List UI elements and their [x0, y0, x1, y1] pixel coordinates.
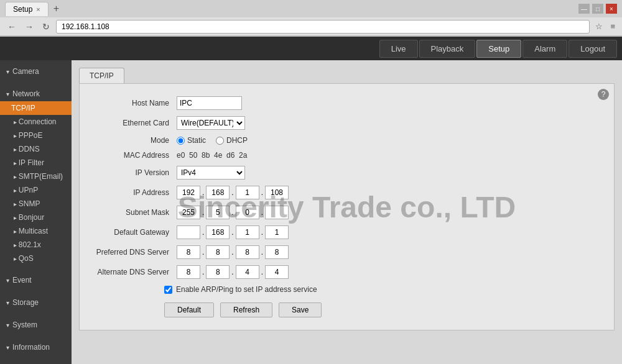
menu-icon[interactable]: ≡ — [608, 22, 617, 31]
btn-row: Default Refresh Save — [90, 303, 604, 317]
subnet-octet-1[interactable] — [177, 206, 200, 219]
ip-octet-3[interactable] — [236, 186, 259, 199]
form-row-ipversion: IP Version IPv4 — [90, 166, 604, 180]
sidebar-item-ipfilter[interactable]: IP Filter — [0, 156, 72, 170]
ip-octet-4[interactable] — [265, 186, 289, 199]
sidebar-item-bonjour[interactable]: Bonjour — [0, 211, 72, 224]
content-tab-tcpip[interactable]: TCP/IP — [79, 68, 124, 83]
alternate-dns-octet-2[interactable] — [206, 265, 230, 279]
subnet-octet-3[interactable] — [236, 206, 259, 219]
arp-ping-checkbox[interactable] — [164, 286, 172, 294]
subnet-label: Subnet Mask — [90, 208, 177, 217]
content-panel: TCP/IP ? Sincerity Trade co., LTD Host N… — [72, 60, 622, 364]
window-maximize-button[interactable]: □ — [592, 4, 603, 14]
form-row-subnet: Subnet Mask . . . — [90, 206, 604, 219]
nav-tab-setup[interactable]: Setup — [476, 40, 521, 58]
help-icon[interactable]: ? — [598, 89, 609, 100]
forward-button[interactable]: → — [22, 22, 36, 32]
form-row-mac: MAC Address e0 50 8b 4e d6 2a — [90, 151, 604, 160]
default-button[interactable]: Default — [164, 303, 214, 317]
tab-close-icon[interactable]: × — [36, 6, 40, 13]
browser-chrome: Setup × + — □ × ← → ↻ ☆ ≡ — [0, 0, 622, 37]
sidebar-item-smtp[interactable]: SMTP(Email) — [0, 170, 72, 183]
new-tab-icon[interactable]: + — [53, 3, 59, 14]
alternate-dns-octet-4[interactable] — [265, 265, 289, 279]
gateway-octet-1[interactable] — [177, 225, 200, 239]
back-button[interactable]: ← — [5, 22, 19, 32]
ip-octet-2[interactable] — [206, 186, 230, 199]
mode-static-radio[interactable] — [177, 137, 185, 145]
browser-titlebar: Setup × + — □ × — [0, 0, 622, 17]
preferred-dns-octet-3[interactable] — [236, 245, 259, 259]
app: Live Playback Setup Alarm Logout Camera … — [0, 37, 622, 364]
form-row-ipaddress: IP Address . . . — [90, 186, 604, 199]
sidebar: Camera Network TCP/IP Connection PPPoE D… — [0, 60, 72, 364]
ip-address-group: . . . — [177, 186, 289, 199]
mode-static-label[interactable]: Static — [177, 136, 206, 145]
sidebar-item-tcpip[interactable]: TCP/IP — [0, 101, 72, 115]
ipversion-label: IP Version — [90, 168, 177, 177]
sidebar-item-connection[interactable]: Connection — [0, 115, 72, 129]
form-row-mode: Mode Static DHCP — [90, 136, 604, 145]
sidebar-item-upnp[interactable]: UPnP — [0, 183, 72, 197]
ip-octet-1[interactable] — [177, 186, 200, 199]
sidebar-header-event[interactable]: Event — [0, 273, 72, 288]
arp-ping-row: Enable ARP/Ping to set IP address servic… — [90, 285, 604, 294]
sidebar-item-qos[interactable]: QoS — [0, 252, 72, 265]
preferred-dns-octet-4[interactable] — [265, 245, 289, 259]
sidebar-item-8021x[interactable]: 802.1x — [0, 238, 72, 252]
alternate-dns-octet-3[interactable] — [236, 265, 259, 279]
top-nav: Live Playback Setup Alarm Logout — [0, 37, 622, 60]
gateway-octet-4[interactable] — [265, 225, 289, 239]
star-icon[interactable]: ☆ — [593, 22, 605, 31]
save-button[interactable]: Save — [279, 303, 322, 317]
sidebar-item-pppoe[interactable]: PPPoE — [0, 129, 72, 142]
hostname-input[interactable] — [177, 96, 242, 110]
sidebar-section-information: Information — [0, 336, 72, 358]
nav-tab-logout[interactable]: Logout — [569, 40, 617, 58]
form-row-ethernet: Ethernet Card Wire(DEFAULT) — [90, 116, 604, 130]
ethernet-select[interactable]: Wire(DEFAULT) — [177, 116, 245, 130]
preferred-dns-octet-1[interactable] — [177, 245, 200, 259]
alternate-dns-octet-1[interactable] — [177, 265, 200, 279]
arp-ping-label: Enable ARP/Ping to set IP address servic… — [176, 285, 317, 294]
mode-label: Mode — [90, 136, 177, 145]
address-bar[interactable] — [56, 20, 590, 34]
subnet-octet-4[interactable] — [265, 206, 289, 219]
browser-tab[interactable]: Setup × — [5, 2, 49, 16]
sidebar-item-multicast[interactable]: Multicast — [0, 224, 72, 238]
window-close-button[interactable]: × — [606, 4, 617, 14]
mode-dhcp-radio[interactable] — [216, 137, 224, 145]
sidebar-item-ddns[interactable]: DDNS — [0, 142, 72, 156]
sidebar-header-storage[interactable]: Storage — [0, 295, 72, 310]
nav-tab-playback[interactable]: Playback — [419, 40, 476, 58]
sidebar-section-event: Event — [0, 269, 72, 291]
ipversion-select[interactable]: IPv4 — [177, 166, 245, 180]
hostname-label: Host Name — [90, 99, 177, 107]
preferred-dns-octet-2[interactable] — [206, 245, 230, 259]
sidebar-section-network: Network TCP/IP Connection PPPoE DDNS IP … — [0, 83, 72, 269]
mode-dhcp-label[interactable]: DHCP — [216, 136, 248, 145]
sidebar-header-information[interactable]: Information — [0, 340, 72, 355]
gateway-octet-2[interactable] — [206, 225, 230, 239]
mac-value: e0 50 8b 4e d6 2a — [177, 151, 247, 160]
refresh-button[interactable]: Refresh — [220, 303, 272, 317]
form-row-alternate-dns: Alternate DNS Server . . . — [90, 265, 604, 279]
subnet-octet-2[interactable] — [206, 206, 230, 219]
sidebar-header-camera[interactable]: Camera — [0, 64, 72, 79]
alternate-dns-group: . . . — [177, 265, 289, 279]
browser-controls: ← → ↻ ☆ ≡ — [0, 17, 622, 36]
gateway-octet-3[interactable] — [236, 225, 259, 239]
nav-tab-live[interactable]: Live — [379, 40, 418, 58]
sidebar-section-camera: Camera — [0, 60, 72, 83]
sidebar-item-snmp[interactable]: SNMP — [0, 197, 72, 211]
window-controls: — □ × — [578, 4, 617, 14]
ethernet-label: Ethernet Card — [90, 119, 177, 127]
window-minimize-button[interactable]: — — [578, 4, 590, 14]
mode-radio-group: Static DHCP — [177, 136, 248, 145]
sidebar-header-network[interactable]: Network — [0, 86, 72, 101]
refresh-button[interactable]: ↻ — [40, 22, 52, 32]
mac-display: e0 50 8b 4e d6 2a — [177, 151, 247, 160]
nav-tab-alarm[interactable]: Alarm — [522, 40, 567, 58]
sidebar-header-system[interactable]: System — [0, 317, 72, 332]
